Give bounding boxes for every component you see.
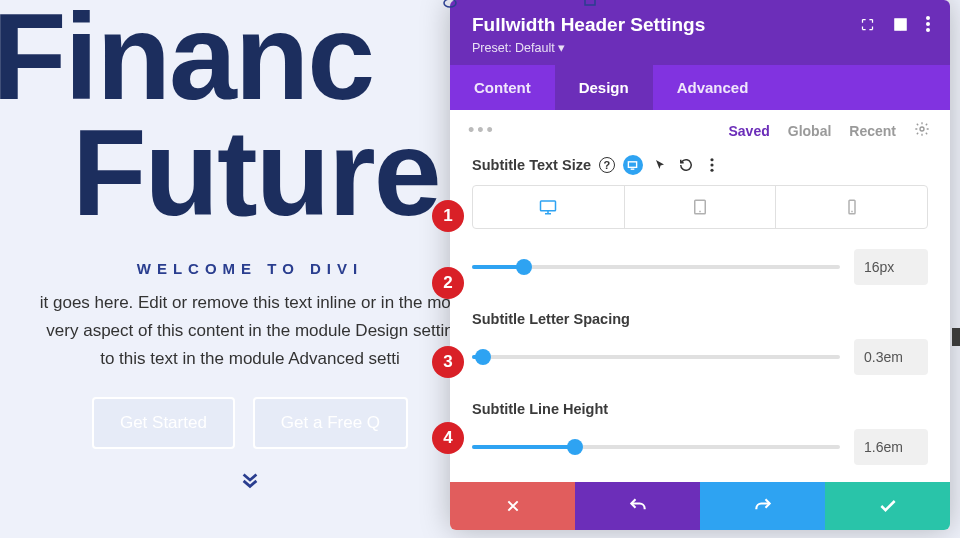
- slider-track[interactable]: [472, 265, 840, 269]
- panel-footer: [450, 482, 950, 530]
- slider-knob[interactable]: [567, 439, 583, 455]
- panel-title: Fullwidth Header Settings: [472, 14, 705, 36]
- annotation-4: 4: [432, 422, 464, 454]
- slider-track[interactable]: [472, 445, 840, 449]
- svg-rect-8: [629, 161, 637, 167]
- cancel-button[interactable]: [450, 482, 575, 530]
- kebab-menu-icon[interactable]: [926, 16, 930, 36]
- panel-header-icons: [860, 16, 930, 36]
- layout-icon[interactable]: [893, 17, 908, 36]
- slider-letter-spacing: 0.3em: [472, 339, 928, 375]
- slider-track[interactable]: [472, 355, 840, 359]
- undo-button[interactable]: [575, 482, 700, 530]
- tab-advanced[interactable]: Advanced: [653, 65, 773, 110]
- cta-free-quote[interactable]: Get a Free Q: [253, 397, 408, 449]
- save-button[interactable]: [825, 482, 950, 530]
- subbar: ••• Saved Global Recent: [450, 110, 950, 147]
- panel-preset[interactable]: Preset: Default ▾: [472, 40, 705, 55]
- device-desktop[interactable]: [473, 186, 625, 228]
- tabs: Content Design Advanced: [450, 65, 950, 110]
- tab-design[interactable]: Design: [555, 65, 653, 110]
- device-phone[interactable]: [776, 186, 927, 228]
- cta-get-started[interactable]: Get Started: [92, 397, 235, 449]
- slider-knob[interactable]: [475, 349, 491, 365]
- filter-recent[interactable]: Recent: [849, 123, 896, 139]
- drag-dots-icon[interactable]: •••: [468, 120, 496, 141]
- field-line-height-label: Subtitle Line Height: [472, 401, 928, 417]
- value-letter-spacing[interactable]: 0.3em: [854, 339, 928, 375]
- svg-rect-1: [585, 0, 595, 5]
- help-icon[interactable]: ?: [599, 157, 615, 173]
- filter-saved[interactable]: Saved: [729, 123, 770, 139]
- gear-icon[interactable]: [914, 121, 930, 140]
- field-subtitle-size-label: Subtitle Text Size ?: [472, 155, 928, 175]
- value-subtitle-size[interactable]: 16px: [854, 249, 928, 285]
- filter-global[interactable]: Global: [788, 123, 832, 139]
- annotation-2: 2: [432, 267, 464, 299]
- device-tablet[interactable]: [625, 186, 777, 228]
- svg-point-4: [926, 16, 930, 20]
- reset-icon[interactable]: [677, 156, 695, 174]
- svg-point-6: [926, 28, 930, 32]
- svg-point-10: [710, 158, 713, 161]
- hover-icon[interactable]: [651, 156, 669, 174]
- svg-point-12: [710, 169, 713, 172]
- top-marker-circle: [430, 0, 470, 7]
- expand-icon[interactable]: [860, 17, 875, 36]
- field-letter-spacing-label: Subtitle Letter Spacing: [472, 311, 928, 327]
- slider-line-height: 1.6em: [472, 429, 928, 465]
- svg-point-0: [444, 0, 456, 7]
- slider-subtitle-size: 16px: [472, 249, 928, 285]
- tab-content[interactable]: Content: [450, 65, 555, 110]
- redo-button[interactable]: [700, 482, 825, 530]
- svg-rect-13: [541, 201, 556, 211]
- more-icon[interactable]: [703, 156, 721, 174]
- settings-panel: Fullwidth Header Settings Preset: Defaul…: [450, 0, 950, 530]
- annotation-3: 3: [432, 346, 464, 378]
- svg-point-7: [920, 127, 924, 131]
- panel-body: Subtitle Text Size ? 16px Subtitle Lette…: [450, 147, 950, 482]
- device-selector: [472, 185, 928, 229]
- slider-knob[interactable]: [516, 259, 532, 275]
- edge-grip-icon[interactable]: [952, 328, 960, 346]
- device-preview-icon[interactable]: [623, 155, 643, 175]
- value-line-height[interactable]: 1.6em: [854, 429, 928, 465]
- top-marker-rect: [570, 0, 610, 7]
- annotation-1: 1: [432, 200, 464, 232]
- svg-point-11: [710, 163, 713, 166]
- panel-header: Fullwidth Header Settings Preset: Defaul…: [450, 0, 950, 65]
- svg-point-5: [926, 22, 930, 26]
